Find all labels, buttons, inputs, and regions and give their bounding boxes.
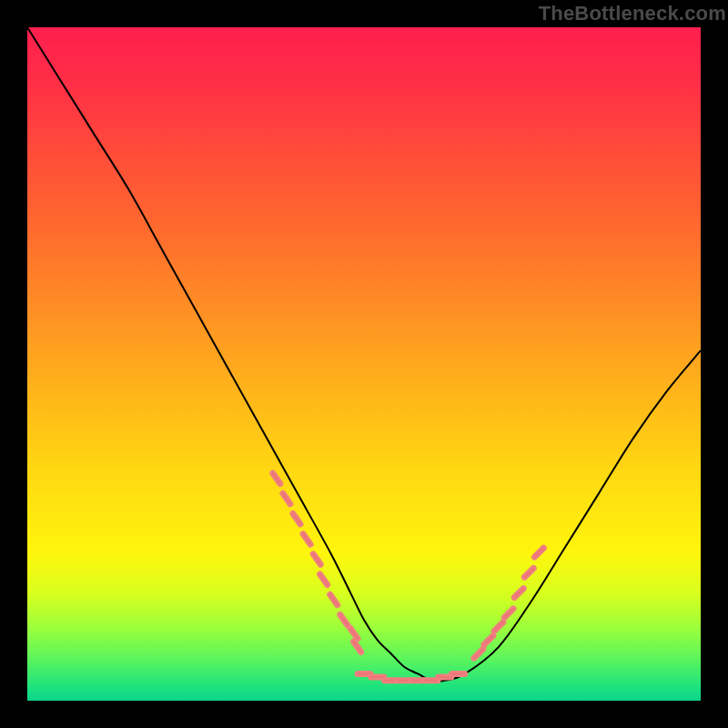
markers-left bbox=[273, 473, 361, 652]
chart-frame: TheBottleneck.com bbox=[0, 0, 728, 728]
plot-area bbox=[27, 27, 701, 701]
markers-floor bbox=[358, 673, 465, 680]
curve-svg bbox=[27, 27, 701, 701]
bottleneck-curve bbox=[27, 27, 701, 682]
markers-right bbox=[474, 548, 543, 658]
watermark-text: TheBottleneck.com bbox=[539, 2, 726, 25]
